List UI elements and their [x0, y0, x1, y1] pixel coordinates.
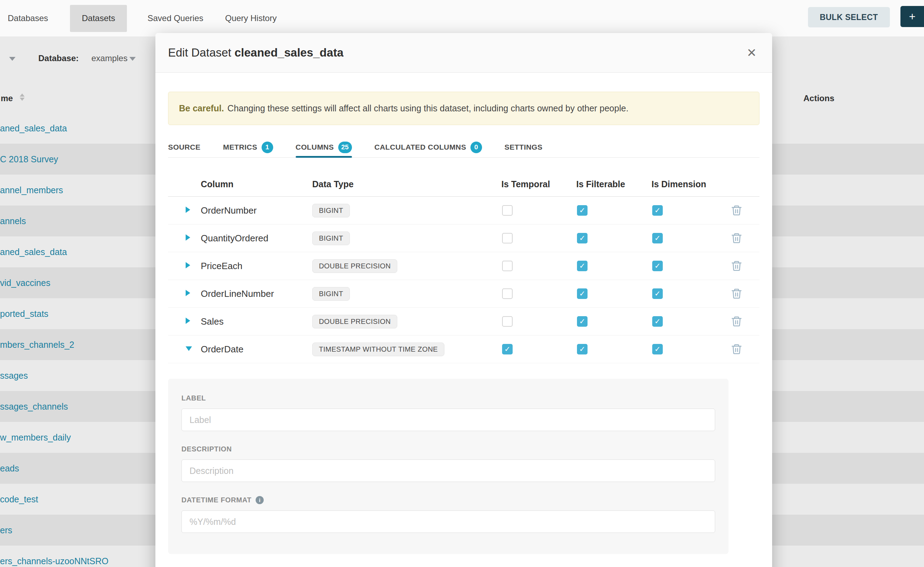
data-type-pill: BIGINT	[312, 287, 350, 301]
delete-trash-icon[interactable]	[731, 343, 743, 355]
tab-label: METRICS	[223, 143, 257, 152]
bulk-select-button[interactable]: BULK SELECT	[808, 7, 890, 27]
column-detail-panel: LABEL DESCRIPTION DATETIME FORMAT	[168, 379, 728, 554]
expand-caret-icon[interactable]	[186, 262, 190, 268]
column-row: PriceEach DOUBLE PRECISION ✓ ✓	[168, 252, 760, 280]
warning-banner: Be careful. Changing these settings will…	[168, 92, 760, 125]
expand-caret-icon[interactable]	[186, 207, 190, 213]
delete-cell	[726, 232, 760, 244]
is-dimension-checkbox[interactable]: ✓	[652, 205, 663, 216]
data-type-cell: BIGINT	[312, 287, 501, 301]
is-temporal-cell	[501, 233, 576, 243]
delete-cell	[726, 288, 760, 300]
modal-header: Edit Dataset cleaned_sales_data ✕	[155, 33, 772, 73]
is-temporal-checkbox[interactable]	[502, 288, 513, 299]
datetime-format-field-label: DATETIME FORMAT	[181, 496, 715, 504]
data-type-pill: BIGINT	[312, 204, 350, 218]
delete-cell	[726, 315, 760, 327]
columns-table-body: OrderNumber BIGINT ✓ ✓ QuantityOrdered B…	[168, 197, 760, 363]
caret-cell	[168, 318, 201, 325]
is-filterable-checkbox[interactable]: ✓	[577, 288, 587, 299]
column-row: QuantityOrdered BIGINT ✓ ✓	[168, 225, 760, 252]
is-temporal-cell	[501, 261, 576, 271]
is-filterable-checkbox[interactable]: ✓	[577, 233, 587, 243]
tab-count-badge: 0	[470, 142, 482, 153]
modal-body: Be careful. Changing these settings will…	[155, 73, 772, 554]
tab-label: COLUMNS	[296, 143, 334, 152]
is-temporal-checkbox[interactable]	[502, 261, 513, 271]
is-dimension-checkbox[interactable]: ✓	[652, 261, 663, 271]
top-nav-items: DatabasesDatasetsSaved QueriesQuery Hist…	[0, 0, 298, 36]
caret-cell	[168, 234, 201, 242]
description-field-label: DESCRIPTION	[181, 445, 715, 453]
data-type-cell: DOUBLE PRECISION	[312, 259, 501, 273]
delete-cell	[726, 204, 760, 216]
data-type-cell: DOUBLE PRECISION	[312, 315, 501, 328]
is-temporal-cell	[501, 288, 576, 299]
data-type-pill: DOUBLE PRECISION	[312, 315, 397, 328]
is-filterable-cell: ✓	[576, 344, 652, 354]
nav-item-datasets[interactable]: Datasets	[70, 5, 127, 32]
delete-trash-icon[interactable]	[731, 315, 743, 327]
column-name: Sales	[201, 316, 312, 327]
is-dimension-checkbox[interactable]: ✓	[652, 233, 663, 243]
expand-caret-icon[interactable]	[186, 346, 192, 351]
tab-count-badge: 25	[338, 142, 352, 153]
data-type-pill: TIMESTAMP WITHOUT TIME ZONE	[312, 342, 444, 356]
info-icon[interactable]	[256, 496, 264, 504]
data-type-pill: BIGINT	[312, 231, 350, 245]
is-temporal-checkbox[interactable]	[502, 233, 513, 243]
expand-caret-icon[interactable]	[186, 234, 190, 241]
delete-trash-icon[interactable]	[731, 204, 743, 216]
tab-settings[interactable]: SETTINGS	[504, 137, 543, 158]
is-dimension-cell: ✓	[652, 233, 726, 243]
tab-label: SOURCE	[168, 143, 200, 152]
datetime-format-input[interactable]	[181, 510, 715, 533]
app-viewport: aned_sales_dataC 2018 Surveyannel_member…	[0, 0, 924, 567]
label-field-label: LABEL	[181, 394, 715, 402]
column-header: Column	[201, 179, 312, 189]
is-dimension-checkbox[interactable]: ✓	[652, 288, 663, 299]
column-row: OrderDate TIMESTAMP WITHOUT TIME ZONE ✓ …	[168, 336, 760, 363]
tab-metrics[interactable]: METRICS1	[223, 137, 273, 158]
is-temporal-checkbox[interactable]	[502, 205, 513, 216]
top-navigation-bar: DatabasesDatasetsSaved QueriesQuery Hist…	[0, 0, 924, 37]
expand-caret-icon[interactable]	[186, 290, 190, 296]
is-filterable-checkbox[interactable]: ✓	[577, 316, 587, 327]
is-filterable-checkbox[interactable]: ✓	[577, 261, 587, 271]
nav-item-saved-queries[interactable]: Saved Queries	[147, 14, 203, 23]
label-input[interactable]	[181, 409, 715, 431]
is-temporal-checkbox[interactable]: ✓	[502, 344, 513, 354]
nav-item-databases[interactable]: Databases	[8, 14, 48, 23]
add-dataset-button[interactable]: +	[900, 6, 924, 27]
is-filterable-checkbox[interactable]: ✓	[577, 344, 587, 354]
is-temporal-cell: ✓	[501, 344, 576, 354]
modal-title: Edit Dataset cleaned_sales_data	[168, 46, 343, 59]
tab-source[interactable]: SOURCE	[168, 137, 200, 158]
expand-caret-icon[interactable]	[186, 318, 190, 324]
is-temporal-header: Is Temporal	[501, 179, 576, 189]
tab-columns[interactable]: COLUMNS25	[296, 137, 352, 158]
delete-trash-icon[interactable]	[731, 288, 743, 300]
caret-cell	[168, 290, 201, 297]
is-dimension-checkbox[interactable]: ✓	[652, 316, 663, 327]
is-dimension-checkbox[interactable]: ✓	[652, 344, 663, 354]
data-type-header: Data Type	[312, 179, 501, 189]
datetime-format-label-text: DATETIME FORMAT	[181, 496, 251, 504]
is-filterable-checkbox[interactable]: ✓	[577, 205, 587, 216]
tab-calculated-columns[interactable]: CALCULATED COLUMNS0	[375, 137, 482, 158]
is-filterable-header: Is Filterable	[576, 179, 652, 189]
is-dimension-cell: ✓	[652, 261, 726, 271]
column-row: OrderNumber BIGINT ✓ ✓	[168, 197, 760, 225]
tab-label: CALCULATED COLUMNS	[375, 143, 466, 152]
warning-text: Changing these settings will affect all …	[227, 103, 629, 114]
is-filterable-cell: ✓	[576, 261, 652, 271]
is-filterable-cell: ✓	[576, 316, 652, 327]
delete-trash-icon[interactable]	[731, 260, 743, 272]
description-input[interactable]	[181, 459, 715, 482]
delete-trash-icon[interactable]	[731, 232, 743, 244]
close-icon[interactable]: ✕	[747, 47, 757, 58]
nav-item-query-history[interactable]: Query History	[225, 14, 277, 23]
column-name: PriceEach	[201, 261, 312, 272]
is-temporal-checkbox[interactable]	[502, 316, 513, 327]
